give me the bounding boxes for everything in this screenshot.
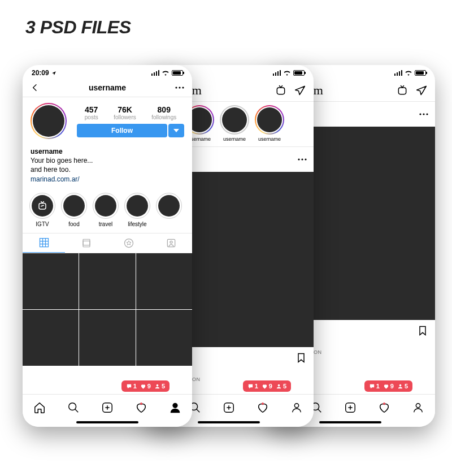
grid-cell[interactable]	[136, 253, 192, 309]
activity-notification[interactable]: 1 9 5	[243, 380, 291, 392]
nav-profile-icon[interactable]	[290, 401, 303, 414]
dm-icon[interactable]	[416, 85, 427, 96]
highlight-travel[interactable]: travel	[93, 193, 119, 227]
bottom-nav	[23, 394, 192, 427]
svg-point-10	[69, 403, 76, 410]
page-heading: 3 PSD FILES	[25, 17, 131, 38]
tab-tagged[interactable]	[150, 233, 192, 253]
svg-point-20	[294, 403, 298, 407]
grid-cell[interactable]	[136, 310, 192, 366]
highlight-lifestyle[interactable]: lifestyle	[124, 193, 150, 227]
tab-feed[interactable]	[65, 233, 107, 253]
grid-cell[interactable]	[79, 253, 135, 309]
svg-point-22	[419, 113, 421, 115]
phone-profile: 20:09 username 457 posts	[23, 65, 192, 427]
igtv-icon[interactable]	[397, 85, 408, 96]
wifi-icon	[162, 70, 169, 76]
svg-point-28	[416, 403, 420, 407]
highlight-igtv[interactable]: IGTV	[29, 193, 55, 227]
signal-icon	[273, 70, 281, 76]
svg-point-12	[172, 403, 177, 408]
svg-rect-13	[277, 88, 284, 94]
nav-profile-icon[interactable]	[169, 401, 181, 414]
battery-icon	[172, 70, 183, 76]
story-item[interactable]: username	[220, 105, 249, 142]
nav-add-icon[interactable]	[223, 401, 235, 414]
svg-point-23	[423, 113, 424, 115]
battery-icon	[293, 70, 305, 76]
nav-heart-icon[interactable]	[378, 401, 390, 414]
nav-add-icon[interactable]	[101, 401, 114, 414]
grid-cell[interactable]	[23, 310, 79, 366]
stat-posts[interactable]: 457 posts	[85, 105, 98, 120]
nav-heart-icon[interactable]	[135, 401, 147, 414]
posts-grid	[23, 253, 192, 366]
back-button[interactable]	[31, 83, 40, 92]
location-icon	[51, 71, 56, 76]
bookmark-icon[interactable]	[295, 352, 307, 364]
more-icon[interactable]	[175, 86, 184, 89]
activity-notification[interactable]: 1 9 5	[121, 380, 169, 392]
stat-followers[interactable]: 76K followers	[114, 105, 136, 120]
svg-point-14	[298, 158, 299, 160]
grid-cell[interactable]	[23, 253, 79, 309]
signal-icon	[394, 70, 403, 76]
igtv-icon[interactable]	[275, 85, 286, 96]
bio-line: and here too.	[31, 165, 184, 174]
nav-search-icon[interactable]	[67, 401, 80, 414]
story-item[interactable]: username	[255, 105, 284, 142]
tab-star[interactable]	[107, 233, 150, 253]
svg-point-25	[399, 384, 402, 386]
avatar[interactable]	[31, 103, 67, 139]
bookmark-icon[interactable]	[417, 324, 428, 337]
svg-rect-21	[398, 88, 406, 94]
tab-grid[interactable]	[23, 233, 65, 253]
nav-add-icon[interactable]	[344, 401, 357, 414]
home-indicator	[319, 421, 381, 423]
wifi-icon	[283, 70, 291, 76]
post-more-icon[interactable]	[298, 158, 307, 161]
svg-point-1	[179, 86, 180, 88]
svg-point-17	[278, 384, 280, 386]
profile-username: username	[89, 83, 126, 92]
highlight-more[interactable]	[156, 193, 182, 227]
svg-point-0	[175, 86, 177, 88]
status-bar: 20:09	[23, 65, 192, 81]
bio-display-name: username	[31, 147, 184, 156]
home-indicator	[76, 421, 138, 423]
svg-point-8	[169, 241, 172, 243]
svg-point-15	[301, 158, 303, 160]
nav-heart-icon[interactable]	[257, 401, 269, 414]
svg-rect-4	[83, 239, 90, 247]
svg-point-9	[157, 384, 159, 386]
highlight-food[interactable]: food	[61, 193, 87, 227]
battery-icon	[415, 70, 426, 76]
nav-home-icon[interactable]	[33, 401, 46, 414]
stat-followings[interactable]: 809 followings	[151, 105, 176, 120]
svg-point-2	[182, 86, 184, 88]
signal-icon	[151, 70, 160, 76]
svg-rect-5	[83, 241, 90, 245]
svg-point-16	[305, 158, 306, 160]
svg-point-24	[426, 113, 428, 115]
status-time: 20:09	[32, 69, 49, 77]
home-indicator	[198, 421, 260, 423]
bio-link[interactable]: marinad.com.ar/	[31, 175, 184, 184]
post-more-icon[interactable]	[419, 113, 428, 115]
bio-line: Your bio goes here...	[31, 156, 184, 165]
wifi-icon	[405, 70, 412, 76]
dm-icon[interactable]	[294, 85, 306, 96]
grid-cell[interactable]	[79, 310, 135, 366]
nav-profile-icon[interactable]	[412, 401, 424, 414]
activity-notification[interactable]: 1 9 5	[364, 380, 412, 392]
follow-suggestions-button[interactable]	[168, 124, 184, 137]
follow-button[interactable]: Follow	[77, 124, 167, 137]
